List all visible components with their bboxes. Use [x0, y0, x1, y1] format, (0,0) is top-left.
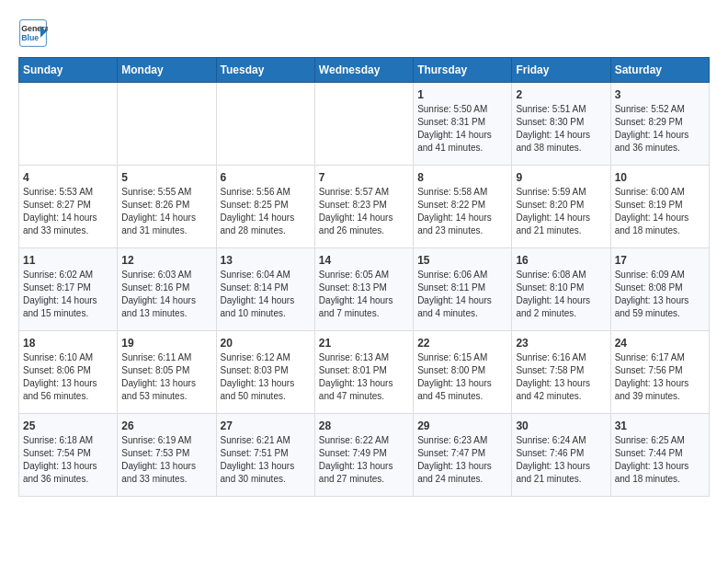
day-content: Sunrise: 5:53 AM Sunset: 8:27 PM Dayligh…	[23, 186, 113, 237]
calendar-cell: 12Sunrise: 6:03 AM Sunset: 8:16 PM Dayli…	[118, 248, 216, 331]
day-number: 7	[319, 171, 409, 184]
logo: General Blue	[18, 18, 51, 48]
day-content: Sunrise: 6:25 AM Sunset: 7:44 PM Dayligh…	[615, 434, 705, 486]
day-content: Sunrise: 6:06 AM Sunset: 8:11 PM Dayligh…	[417, 269, 507, 320]
day-content: Sunrise: 5:58 AM Sunset: 8:22 PM Dayligh…	[417, 186, 507, 237]
day-content: Sunrise: 6:13 AM Sunset: 8:01 PM Dayligh…	[319, 351, 409, 403]
calendar-cell: 17Sunrise: 6:09 AM Sunset: 8:08 PM Dayli…	[610, 248, 709, 331]
calendar-cell: 26Sunrise: 6:19 AM Sunset: 7:53 PM Dayli…	[118, 414, 216, 497]
calendar-cell: 7Sunrise: 5:57 AM Sunset: 8:23 PM Daylig…	[314, 166, 413, 248]
calendar-cell	[314, 83, 413, 166]
day-number: 19	[121, 337, 211, 350]
day-number: 20	[221, 337, 311, 350]
calendar-cell: 9Sunrise: 5:59 AM Sunset: 8:20 PM Daylig…	[512, 166, 610, 248]
calendar-cell: 22Sunrise: 6:15 AM Sunset: 8:00 PM Dayli…	[414, 331, 512, 414]
day-content: Sunrise: 6:19 AM Sunset: 7:53 PM Dayligh…	[121, 434, 211, 486]
day-number: 30	[516, 419, 606, 432]
week-row-2: 4Sunrise: 5:53 AM Sunset: 8:27 PM Daylig…	[19, 166, 710, 248]
calendar-cell: 8Sunrise: 5:58 AM Sunset: 8:22 PM Daylig…	[414, 166, 512, 248]
day-number: 28	[319, 419, 409, 432]
calendar-cell: 15Sunrise: 6:06 AM Sunset: 8:11 PM Dayli…	[414, 248, 512, 331]
week-row-1: 1Sunrise: 5:50 AM Sunset: 8:31 PM Daylig…	[19, 83, 710, 166]
weekday-header-thursday: Thursday	[414, 58, 512, 83]
day-number: 22	[417, 337, 507, 350]
week-row-5: 25Sunrise: 6:18 AM Sunset: 7:54 PM Dayli…	[19, 414, 710, 497]
calendar-cell: 24Sunrise: 6:17 AM Sunset: 7:56 PM Dayli…	[610, 331, 709, 414]
day-content: Sunrise: 6:03 AM Sunset: 8:16 PM Dayligh…	[121, 269, 211, 320]
calendar-cell: 6Sunrise: 5:56 AM Sunset: 8:25 PM Daylig…	[216, 166, 314, 248]
day-number: 24	[615, 337, 705, 350]
day-content: Sunrise: 6:02 AM Sunset: 8:17 PM Dayligh…	[23, 269, 113, 320]
day-content: Sunrise: 6:24 AM Sunset: 7:46 PM Dayligh…	[516, 434, 606, 486]
day-number: 17	[615, 254, 705, 267]
calendar-cell: 19Sunrise: 6:11 AM Sunset: 8:05 PM Dayli…	[118, 331, 216, 414]
calendar-cell: 4Sunrise: 5:53 AM Sunset: 8:27 PM Daylig…	[19, 166, 118, 248]
day-number: 4	[23, 171, 113, 184]
day-content: Sunrise: 5:52 AM Sunset: 8:29 PM Dayligh…	[615, 103, 705, 155]
day-content: Sunrise: 6:17 AM Sunset: 7:56 PM Dayligh…	[615, 351, 705, 403]
day-content: Sunrise: 6:21 AM Sunset: 7:51 PM Dayligh…	[221, 434, 311, 486]
day-number: 12	[121, 254, 211, 267]
day-number: 18	[23, 337, 113, 350]
weekday-header-sunday: Sunday	[19, 58, 118, 83]
day-content: Sunrise: 6:16 AM Sunset: 7:58 PM Dayligh…	[516, 351, 606, 403]
calendar-cell	[19, 83, 118, 166]
weekday-header-row: SundayMondayTuesdayWednesdayThursdayFrid…	[19, 58, 710, 83]
calendar-cell: 11Sunrise: 6:02 AM Sunset: 8:17 PM Dayli…	[19, 248, 118, 331]
day-content: Sunrise: 6:22 AM Sunset: 7:49 PM Dayligh…	[319, 434, 409, 486]
calendar-cell: 23Sunrise: 6:16 AM Sunset: 7:58 PM Dayli…	[512, 331, 610, 414]
day-number: 31	[615, 419, 705, 432]
day-number: 29	[417, 419, 507, 432]
weekday-header-friday: Friday	[512, 58, 610, 83]
calendar-table: SundayMondayTuesdayWednesdayThursdayFrid…	[18, 57, 710, 497]
day-number: 14	[319, 254, 409, 267]
day-number: 13	[221, 254, 311, 267]
day-number: 9	[516, 171, 606, 184]
svg-text:Blue: Blue	[21, 33, 39, 42]
day-content: Sunrise: 6:00 AM Sunset: 8:19 PM Dayligh…	[615, 186, 705, 237]
weekday-header-saturday: Saturday	[610, 58, 709, 83]
calendar-cell: 29Sunrise: 6:23 AM Sunset: 7:47 PM Dayli…	[414, 414, 512, 497]
day-content: Sunrise: 6:08 AM Sunset: 8:10 PM Dayligh…	[516, 269, 606, 320]
day-number: 3	[615, 88, 705, 101]
weekday-header-monday: Monday	[118, 58, 216, 83]
day-content: Sunrise: 6:12 AM Sunset: 8:03 PM Dayligh…	[221, 351, 311, 403]
day-number: 23	[516, 337, 606, 350]
day-number: 21	[319, 337, 409, 350]
logo-icon: General Blue	[18, 18, 48, 48]
calendar-cell: 10Sunrise: 6:00 AM Sunset: 8:19 PM Dayli…	[610, 166, 709, 248]
day-number: 11	[23, 254, 113, 267]
day-number: 5	[121, 171, 211, 184]
calendar-cell: 5Sunrise: 5:55 AM Sunset: 8:26 PM Daylig…	[118, 166, 216, 248]
day-content: Sunrise: 6:05 AM Sunset: 8:13 PM Dayligh…	[319, 269, 409, 320]
day-content: Sunrise: 5:57 AM Sunset: 8:23 PM Dayligh…	[319, 186, 409, 237]
day-content: Sunrise: 6:04 AM Sunset: 8:14 PM Dayligh…	[221, 269, 311, 320]
day-number: 6	[221, 171, 311, 184]
week-row-4: 18Sunrise: 6:10 AM Sunset: 8:06 PM Dayli…	[19, 331, 710, 414]
day-number: 16	[516, 254, 606, 267]
day-content: Sunrise: 5:56 AM Sunset: 8:25 PM Dayligh…	[221, 186, 311, 237]
calendar-cell: 1Sunrise: 5:50 AM Sunset: 8:31 PM Daylig…	[414, 83, 512, 166]
day-content: Sunrise: 5:55 AM Sunset: 8:26 PM Dayligh…	[121, 186, 211, 237]
calendar-cell	[216, 83, 314, 166]
day-content: Sunrise: 6:23 AM Sunset: 7:47 PM Dayligh…	[417, 434, 507, 486]
calendar-cell: 20Sunrise: 6:12 AM Sunset: 8:03 PM Dayli…	[216, 331, 314, 414]
day-number: 8	[417, 171, 507, 184]
calendar-cell: 21Sunrise: 6:13 AM Sunset: 8:01 PM Dayli…	[314, 331, 413, 414]
day-number: 1	[417, 88, 507, 101]
calendar-cell	[118, 83, 216, 166]
day-number: 27	[221, 419, 311, 432]
day-content: Sunrise: 6:11 AM Sunset: 8:05 PM Dayligh…	[121, 351, 211, 403]
day-number: 26	[121, 419, 211, 432]
day-content: Sunrise: 6:10 AM Sunset: 8:06 PM Dayligh…	[23, 351, 113, 403]
calendar-cell: 16Sunrise: 6:08 AM Sunset: 8:10 PM Dayli…	[512, 248, 610, 331]
calendar-cell: 2Sunrise: 5:51 AM Sunset: 8:30 PM Daylig…	[512, 83, 610, 166]
day-number: 25	[23, 419, 113, 432]
day-content: Sunrise: 6:15 AM Sunset: 8:00 PM Dayligh…	[417, 351, 507, 403]
calendar-cell: 27Sunrise: 6:21 AM Sunset: 7:51 PM Dayli…	[216, 414, 314, 497]
day-content: Sunrise: 5:51 AM Sunset: 8:30 PM Dayligh…	[516, 103, 606, 155]
calendar-cell: 13Sunrise: 6:04 AM Sunset: 8:14 PM Dayli…	[216, 248, 314, 331]
weekday-header-tuesday: Tuesday	[216, 58, 314, 83]
day-number: 15	[417, 254, 507, 267]
calendar-cell: 14Sunrise: 6:05 AM Sunset: 8:13 PM Dayli…	[314, 248, 413, 331]
